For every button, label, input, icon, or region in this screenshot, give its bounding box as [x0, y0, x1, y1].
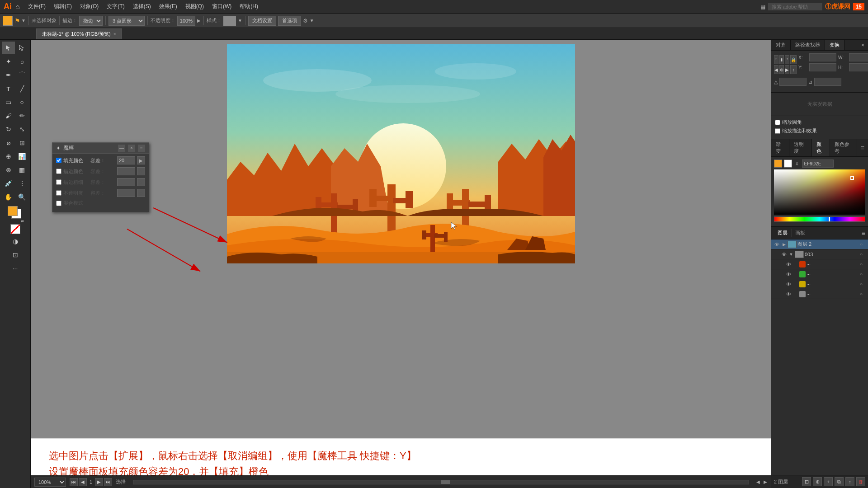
- eyedropper-tool[interactable]: 💉: [2, 177, 15, 190]
- sub-layer-green[interactable]: 👁 ··· ○: [771, 269, 868, 279]
- ellipse-tool[interactable]: ○: [16, 96, 28, 108]
- scroll-left-btn[interactable]: ◀: [756, 479, 760, 484]
- layer-2-item[interactable]: 👁 ▶ 图层 2 ○: [771, 239, 868, 249]
- w-input[interactable]: [849, 53, 868, 61]
- primary-color-swatch[interactable]: [774, 160, 782, 168]
- right-panel-close-btn[interactable]: ×: [858, 40, 868, 50]
- direct-select-tool[interactable]: [16, 42, 28, 54]
- transparency-tab[interactable]: 透明度: [789, 139, 812, 156]
- column-graph-tool[interactable]: ▦: [16, 164, 28, 176]
- zoom-tool[interactable]: 🔍: [16, 191, 28, 203]
- curvature-tool[interactable]: ⌒: [16, 69, 28, 81]
- last-page-btn[interactable]: ⏭: [104, 478, 112, 486]
- menu-window[interactable]: 窗口(W): [208, 2, 235, 11]
- fg-color-swatch[interactable]: [8, 206, 18, 216]
- layers-tab[interactable]: 图层: [774, 229, 792, 237]
- doc-settings-btn[interactable]: 文档设置: [248, 16, 276, 26]
- symbol-tool[interactable]: ⊛: [2, 164, 15, 176]
- align-ml[interactable]: ◀: [774, 65, 778, 74]
- x-input[interactable]: [809, 53, 836, 61]
- blend-mode-checkbox[interactable]: [56, 201, 61, 206]
- color-picker-gradient[interactable]: [774, 169, 865, 215]
- hand-tool[interactable]: ✋: [2, 191, 15, 203]
- sub-layer-003-eye[interactable]: 👁: [780, 251, 788, 258]
- style-dropdown-icon[interactable]: ▼: [238, 18, 242, 23]
- color-panel-menu[interactable]: ≡: [857, 142, 868, 153]
- align-btn[interactable]: ↕: [790, 65, 797, 74]
- none-color-swatch[interactable]: [10, 224, 20, 234]
- sub-layer-gray[interactable]: 👁 ··· ○: [771, 289, 868, 299]
- mw-close-btn[interactable]: ×: [128, 145, 135, 152]
- stroke-select[interactable]: 撤边: [79, 16, 103, 26]
- first-page-btn[interactable]: ⏮: [70, 478, 78, 486]
- color-tab[interactable]: 颜色: [812, 139, 830, 156]
- layer-2-eye[interactable]: 👁: [773, 241, 780, 248]
- new-sublayer-btn[interactable]: ⊕: [813, 477, 822, 486]
- more-tools-btn[interactable]: ···: [9, 262, 22, 275]
- sub-layer-yellow-lock[interactable]: ○: [860, 282, 866, 286]
- scroll-right-btn[interactable]: ▶: [764, 479, 767, 484]
- hex-color-input[interactable]: EF9D2E: [802, 160, 834, 168]
- warp-tool[interactable]: ⌀: [2, 136, 15, 149]
- menu-help[interactable]: 帮助(H): [236, 2, 262, 11]
- lasso-tool[interactable]: ⌕: [16, 55, 28, 68]
- align-tc[interactable]: ⬆: [779, 55, 784, 64]
- sub-layer-yellow-eye[interactable]: 👁: [785, 281, 792, 288]
- opacity-checkbox[interactable]: [56, 190, 61, 196]
- align-mc[interactable]: ⊕: [779, 65, 784, 74]
- layer-2-expand[interactable]: ▶: [781, 241, 787, 248]
- angle-input[interactable]: [779, 78, 807, 86]
- line-tool[interactable]: ╱: [16, 82, 28, 95]
- blend-tool[interactable]: ⋮: [16, 177, 28, 190]
- align-tl[interactable]: ⌜: [774, 55, 778, 64]
- style-swatch[interactable]: [223, 16, 236, 26]
- layers-menu-btn[interactable]: ≡: [862, 230, 865, 237]
- artboard-tab[interactable]: 画板: [792, 229, 809, 237]
- next-page-btn[interactable]: ▶: [95, 478, 103, 486]
- sub-layer-003[interactable]: 👁 ▼ 003 ○: [771, 249, 868, 259]
- new-layer-btn[interactable]: +: [824, 477, 833, 486]
- pen-tool[interactable]: ✒: [2, 69, 15, 81]
- chart-tool[interactable]: 📊: [16, 150, 28, 163]
- sub-layer-gray-eye[interactable]: 👁: [785, 291, 792, 298]
- sub-layer-green-eye[interactable]: 👁: [785, 271, 792, 278]
- preferences-dropdown[interactable]: ▼: [310, 18, 314, 23]
- stroke-dropdown-icon[interactable]: ▼: [21, 18, 26, 23]
- first-option-btn[interactable]: 首选项: [278, 16, 301, 26]
- make-clip-mask-btn[interactable]: ⊡: [802, 477, 811, 486]
- align-mr[interactable]: ▶: [785, 65, 789, 74]
- menu-effect[interactable]: 效果(E): [156, 2, 181, 11]
- opacity-expand[interactable]: ▶: [137, 189, 145, 197]
- opacity-input[interactable]: [177, 16, 195, 26]
- artwork-canvas[interactable]: [227, 44, 575, 263]
- zoom-select[interactable]: 100% 50% 200%: [34, 478, 66, 487]
- fill-tolerance-input[interactable]: [117, 156, 135, 164]
- h-input[interactable]: [849, 63, 868, 71]
- gradient-tab[interactable]: 渐变: [771, 139, 789, 156]
- sub-layer-gray-lock[interactable]: ○: [860, 291, 866, 296]
- home-icon[interactable]: ⌂: [15, 3, 20, 11]
- menu-file[interactable]: 文件(F): [24, 2, 49, 11]
- color-mode-btn[interactable]: ◑: [9, 235, 22, 248]
- pencil-tool[interactable]: ✏: [16, 109, 28, 122]
- magic-wand-tool[interactable]: ✦: [2, 55, 15, 68]
- fill-color-checkbox[interactable]: [56, 158, 61, 163]
- preferences-icon[interactable]: ⚙: [303, 18, 308, 24]
- rotate-tool[interactable]: ↻: [2, 123, 15, 136]
- sub-layer-003-lock[interactable]: ○: [860, 252, 866, 257]
- point-type-select[interactable]: 3 点圆形: [108, 16, 145, 26]
- color-guide-tab[interactable]: 颜色参考: [830, 139, 857, 156]
- tab-pathfinder[interactable]: 路径查找器: [791, 40, 825, 50]
- select-tool[interactable]: [2, 42, 15, 54]
- move-to-new-layer-btn[interactable]: ↑: [845, 477, 854, 486]
- shape-builder-tool[interactable]: ⊕: [2, 150, 15, 163]
- sub-layer-red-lock[interactable]: ○: [860, 262, 866, 267]
- stroke-width-checkbox[interactable]: [56, 179, 61, 185]
- hue-slider[interactable]: [774, 216, 865, 222]
- menu-type[interactable]: 文字(T): [103, 2, 128, 11]
- type-tool[interactable]: T: [2, 82, 15, 95]
- scale-corners-checkbox[interactable]: [775, 120, 780, 125]
- duplicate-btn[interactable]: ⧉: [835, 477, 844, 486]
- sub-layer-003-expand[interactable]: ▼: [788, 251, 794, 258]
- fill-color-swatch[interactable]: [3, 16, 13, 26]
